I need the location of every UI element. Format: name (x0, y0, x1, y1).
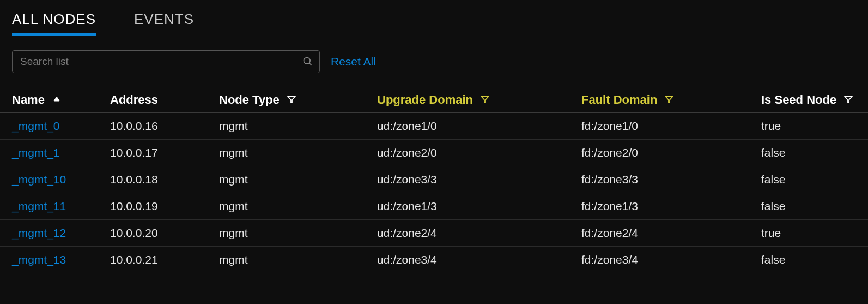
cell-is-seed: true (749, 220, 868, 247)
tab-events[interactable]: EVENTS (134, 11, 194, 36)
cell-nodetype: mgmt (207, 166, 365, 193)
cell-is-seed: false (749, 140, 868, 166)
svg-marker-4 (481, 96, 489, 103)
cell-upgrade-domain: ud:/zone3/3 (365, 166, 569, 193)
search-icon (302, 56, 313, 67)
cell-upgrade-domain: ud:/zone2/4 (365, 220, 569, 247)
cell-fault-domain: fd:/zone2/4 (569, 220, 749, 247)
tab-all-nodes[interactable]: ALL NODES (12, 11, 96, 36)
cell-upgrade-domain: ud:/zone1/3 (365, 193, 569, 220)
cell-upgrade-domain: ud:/zone1/0 (365, 113, 569, 140)
col-header-name-label: Name (12, 93, 45, 106)
toolbar: Reset All (0, 36, 868, 78)
col-header-address-label: Address (110, 93, 158, 106)
cell-address: 10.0.0.19 (98, 193, 207, 220)
filter-icon[interactable] (287, 95, 296, 104)
cell-upgrade-domain: ud:/zone2/0 (365, 140, 569, 166)
node-name-link[interactable]: _mgmt_13 (0, 247, 98, 273)
cell-is-seed: false (749, 193, 868, 220)
cell-nodetype: mgmt (207, 140, 365, 166)
sort-asc-icon (52, 95, 61, 104)
svg-line-1 (309, 63, 312, 65)
node-name-link[interactable]: _mgmt_10 (0, 166, 98, 193)
col-header-is-seed-label: Is Seed Node (761, 93, 836, 106)
table-row: _mgmt_1010.0.0.18mgmtud:/zone3/3fd:/zone… (0, 166, 868, 193)
col-header-nodetype-label: Node Type (219, 93, 280, 106)
cell-nodetype: mgmt (207, 247, 365, 273)
table-header-row: Name Address Node Type Upgrade Domain Fa… (0, 87, 868, 113)
filter-icon[interactable] (665, 95, 673, 104)
col-header-upgrade-label: Upgrade Domain (377, 93, 473, 106)
table-row: _mgmt_010.0.0.16mgmtud:/zone1/0fd:/zone1… (0, 113, 868, 140)
col-header-fault-domain[interactable]: Fault Domain (569, 87, 749, 113)
reset-all-link[interactable]: Reset All (331, 55, 376, 68)
filter-icon[interactable] (844, 95, 853, 104)
filter-icon[interactable] (481, 95, 489, 104)
node-name-link[interactable]: _mgmt_11 (0, 193, 98, 220)
table-row: _mgmt_110.0.0.17mgmtud:/zone2/0fd:/zone2… (0, 140, 868, 166)
node-name-link[interactable]: _mgmt_1 (0, 140, 98, 166)
cell-address: 10.0.0.18 (98, 166, 207, 193)
svg-marker-6 (845, 96, 852, 103)
cell-nodetype: mgmt (207, 193, 365, 220)
col-header-fault-label: Fault Domain (581, 93, 657, 106)
tab-bar: ALL NODES EVENTS (0, 0, 868, 36)
svg-marker-5 (665, 96, 673, 103)
col-header-upgrade-domain[interactable]: Upgrade Domain (365, 87, 569, 113)
col-header-name[interactable]: Name (0, 87, 98, 113)
node-name-link[interactable]: _mgmt_12 (0, 220, 98, 247)
col-header-nodetype[interactable]: Node Type (207, 87, 365, 113)
cell-fault-domain: fd:/zone3/4 (569, 247, 749, 273)
cell-address: 10.0.0.17 (98, 140, 207, 166)
col-header-address[interactable]: Address (98, 87, 207, 113)
svg-marker-3 (288, 96, 295, 103)
cell-is-seed: false (749, 166, 868, 193)
table-row: _mgmt_1110.0.0.19mgmtud:/zone1/3fd:/zone… (0, 193, 868, 220)
cell-nodetype: mgmt (207, 220, 365, 247)
cell-address: 10.0.0.20 (98, 220, 207, 247)
cell-fault-domain: fd:/zone1/3 (569, 193, 749, 220)
cell-is-seed: true (749, 113, 868, 140)
node-name-link[interactable]: _mgmt_0 (0, 113, 98, 140)
svg-marker-2 (54, 97, 59, 101)
cell-fault-domain: fd:/zone2/0 (569, 140, 749, 166)
cell-address: 10.0.0.21 (98, 247, 207, 273)
search-wrap (12, 50, 320, 73)
cell-is-seed: false (749, 247, 868, 273)
cell-nodetype: mgmt (207, 113, 365, 140)
cell-address: 10.0.0.16 (98, 113, 207, 140)
search-input[interactable] (12, 50, 320, 73)
cell-upgrade-domain: ud:/zone3/4 (365, 247, 569, 273)
cell-fault-domain: fd:/zone3/3 (569, 166, 749, 193)
cell-fault-domain: fd:/zone1/0 (569, 113, 749, 140)
svg-point-0 (304, 58, 311, 64)
table-row: _mgmt_1210.0.0.20mgmtud:/zone2/4fd:/zone… (0, 220, 868, 247)
nodes-table: Name Address Node Type Upgrade Domain Fa… (0, 87, 868, 273)
col-header-is-seed[interactable]: Is Seed Node (749, 87, 868, 113)
table-row: _mgmt_1310.0.0.21mgmtud:/zone3/4fd:/zone… (0, 247, 868, 273)
